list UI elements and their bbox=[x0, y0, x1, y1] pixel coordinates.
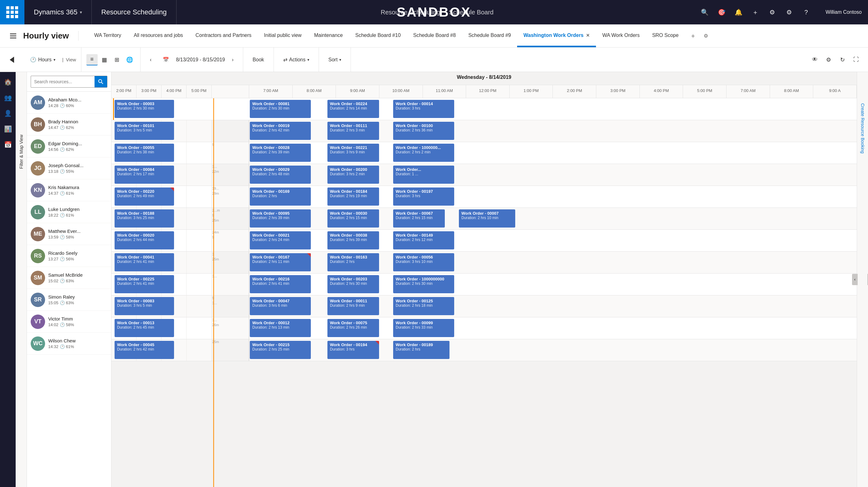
tab-schedule-board-9[interactable]: Schedule Board #9 bbox=[462, 24, 517, 47]
work-order-block[interactable]: Work Order - 00083 Duration: 3 hrs 5 min bbox=[115, 297, 174, 315]
actions-button[interactable]: ⇄ Actions ▾ bbox=[279, 54, 314, 65]
work-order-block[interactable]: Work Order - 00215 Duration: 2 hrs 25 mi… bbox=[250, 341, 311, 359]
next-date-button[interactable]: › bbox=[227, 55, 238, 65]
work-order-block[interactable]: Work Order - 00029 Duration: 2 hrs 48 mi… bbox=[250, 165, 311, 184]
work-order-block[interactable]: Work Order - 00184 Duration: 2 hrs 19 mi… bbox=[328, 187, 379, 206]
work-order-block[interactable]: Work Order - 00188 Duration: 3 hrs 25 mi… bbox=[115, 209, 174, 227]
help-icon[interactable]: ? bbox=[799, 5, 813, 19]
work-order-block[interactable]: Work Order - 00055 Duration: 2 hrs 38 mi… bbox=[115, 144, 174, 162]
gantt-view-icon[interactable]: ▦ bbox=[99, 54, 110, 65]
tab-wa-work-orders[interactable]: WA Work Orders bbox=[596, 24, 646, 47]
grid-view-icon[interactable]: ⊞ bbox=[112, 54, 123, 65]
list-item[interactable]: SM Samuel McBride 15:02 🕐 63% bbox=[27, 267, 111, 289]
tab-add-button[interactable]: ＋ bbox=[685, 32, 701, 40]
work-order-block[interactable]: Work Order - 00011 Duration: 2 hrs 9 min bbox=[328, 297, 379, 315]
search-icon[interactable]: 🔍 bbox=[698, 5, 712, 19]
tab-maintenance[interactable]: Maintenance bbox=[308, 24, 349, 47]
work-order-block[interactable]: Work Order - 00012 Duration: 2 hrs 13 mi… bbox=[250, 319, 311, 337]
list-view-icon[interactable]: ≡ bbox=[86, 54, 98, 65]
work-order-block[interactable]: Work Order - 00081 Duration: 2 hrs 30 mi… bbox=[250, 100, 311, 118]
hours-button[interactable]: 🕐 Hours ▾ bbox=[26, 54, 60, 65]
work-order-block[interactable]: Work Order - 00067 Duration: 2 hrs 15 mi… bbox=[393, 209, 445, 227]
work-order-block[interactable]: Work Order - 00075 Duration: 2 hrs 26 mi… bbox=[328, 319, 379, 337]
work-order-block[interactable]: Work Order - 00163 Duration: 2 hrs bbox=[328, 253, 379, 271]
work-order-block[interactable]: Work Order - 00197 Duration: 3 hrs bbox=[393, 187, 454, 206]
filter-map-panel[interactable]: Filter & Map View bbox=[16, 72, 27, 487]
refresh-icon[interactable]: ↻ bbox=[837, 54, 848, 65]
work-order-block[interactable]: Work Order - 00021 Duration: 2 hrs 24 mi… bbox=[250, 231, 311, 249]
sort-button[interactable]: Sort ▾ bbox=[324, 55, 346, 65]
work-order-block[interactable]: Work Order - 00125 Duration: 2 hrs 18 mi… bbox=[393, 297, 454, 315]
list-item[interactable]: KN Kris Nakamura 14:37 🕐 61% bbox=[27, 179, 111, 201]
list-item[interactable]: ME Matthew Ever... 13:59 🕐 58% bbox=[27, 223, 111, 245]
list-item[interactable]: LL Luke Lundgren 18:22 🕐 61% bbox=[27, 201, 111, 223]
work-order-block[interactable]: Work Order - 00220 Duration: 2 hrs 49 mi… bbox=[115, 187, 174, 206]
tab-initial-public[interactable]: Initial public view bbox=[258, 24, 308, 47]
work-order-block[interactable]: Work Order - 00030 Duration: 2 hrs 15 mi… bbox=[328, 209, 379, 227]
tab-close-icon[interactable]: ✕ bbox=[586, 33, 590, 38]
work-order-block[interactable]: Work Order - 00019 Duration: 2 hrs 42 mi… bbox=[250, 122, 311, 140]
work-order-block[interactable]: Work Order - 00169 Duration: 2 hrs bbox=[250, 187, 311, 206]
sidebar-calendar-icon[interactable]: 📅 bbox=[1, 138, 15, 151]
eye-icon[interactable]: 👁 bbox=[809, 54, 820, 65]
work-order-block[interactable]: Work Order - 00111 Duration: 2 hrs 3 min bbox=[328, 122, 379, 140]
work-order-block[interactable]: Work Order - 00013 Duration: 2 hrs 45 mi… bbox=[115, 319, 174, 337]
plus-icon[interactable]: ＋ bbox=[748, 5, 762, 19]
work-order-block[interactable]: Work Order - 00167 Duration: 2 hrs 11 mi… bbox=[250, 253, 311, 271]
tab-contractors[interactable]: Contractors and Partners bbox=[189, 24, 258, 47]
work-order-block[interactable]: Work Order - 00056 Duration: 3 hrs 10 mi… bbox=[393, 253, 454, 271]
tab-schedule-board-8[interactable]: Schedule Board #8 bbox=[407, 24, 462, 47]
sidebar-chart-icon[interactable]: 📊 bbox=[1, 122, 15, 136]
work-order-block[interactable]: Work Order - 00003 Duration: 2 hrs 30 mi… bbox=[115, 100, 174, 118]
work-order-block[interactable]: Work Order - 1000000000 Duration: 2 hrs … bbox=[393, 275, 454, 293]
collapse-button[interactable] bbox=[6, 54, 18, 65]
list-item[interactable]: AM Abraham Mco... 14:28 🕐 60% bbox=[27, 92, 111, 114]
work-order-block[interactable]: Work Order - 00100 Duration: 2 hrs 36 mi… bbox=[393, 122, 454, 140]
work-order-block[interactable]: Work Order - 00014 Duration: 3 hrs bbox=[393, 100, 454, 118]
list-item[interactable]: BH Brady Hannon 14:47 🕐 62% bbox=[27, 114, 111, 135]
work-order-block[interactable]: Work Order - 00095 Duration: 2 hrs 39 mi… bbox=[250, 209, 311, 227]
prev-date-button[interactable]: ‹ bbox=[146, 55, 156, 65]
list-item[interactable]: SR Simon Raley 15:05 🕐 63% bbox=[27, 289, 111, 311]
search-button[interactable] bbox=[95, 76, 107, 87]
work-order-block[interactable]: Work Order - 00020 Duration: 2 hrs 44 mi… bbox=[115, 231, 174, 249]
work-order-block[interactable]: Work Order - 00045 Duration: 2 hrs 42 mi… bbox=[115, 341, 174, 359]
work-order-block[interactable]: Work Order - 00200 Duration: 3 hrs 2 min bbox=[328, 165, 379, 184]
work-order-block[interactable]: Work Order - 00189 Duration: 2 hrs bbox=[393, 341, 450, 359]
work-order-block[interactable]: Work Order - 00047 Duration: 3 hrs 6 min bbox=[250, 297, 311, 315]
sidebar-person-icon[interactable]: 👤 bbox=[1, 106, 15, 120]
tab-sro-scope[interactable]: SRO Scope bbox=[646, 24, 685, 47]
calendar-icon[interactable]: 📅 bbox=[158, 54, 174, 65]
waffle-menu[interactable] bbox=[0, 0, 24, 24]
work-order-block[interactable]: Work Order - 00224 Duration: 2 hrs 14 mi… bbox=[328, 100, 379, 118]
tab-all-resources[interactable]: All resources and jobs bbox=[127, 24, 189, 47]
app-name-section[interactable]: Dynamics 365 ▾ bbox=[24, 0, 92, 24]
work-order-block[interactable]: Work Order - 1000000... Duration: 2 hrs … bbox=[393, 144, 454, 162]
user-menu[interactable]: William Contoso bbox=[819, 9, 868, 15]
work-order-block[interactable]: Work Order - 00194 Duration: 3 hrs bbox=[328, 341, 379, 359]
work-order-block[interactable]: Work Order - 00007 Duration: 2 hrs 10 mi… bbox=[459, 209, 515, 227]
settings-icon[interactable]: ⚙ bbox=[782, 5, 796, 19]
work-order-block[interactable]: Work Order - 00101 Duration: 3 hrs 5 min bbox=[115, 122, 174, 140]
work-order-block[interactable]: Work Order - 00225 Duration: 2 hrs 41 mi… bbox=[115, 275, 174, 293]
list-item[interactable]: JG Joseph Gonsal... 13:18 🕐 55% bbox=[27, 157, 111, 179]
work-order-block[interactable]: Work Order - 00221 Duration: 3 hrs 9 min bbox=[328, 144, 379, 162]
work-order-block[interactable]: Work Order - 00041 Duration: 2 hrs 41 mi… bbox=[115, 253, 174, 271]
work-order-block[interactable]: Work Order - 00099 Duration: 2 hrs 33 mi… bbox=[393, 319, 454, 337]
collapse-left-arrow[interactable]: ‹ bbox=[852, 274, 858, 285]
filter-icon[interactable]: ⚙ bbox=[765, 5, 779, 19]
work-order-block[interactable]: Work Order - 00216 Duration: 2 hrs 41 mi… bbox=[250, 275, 311, 293]
book-button[interactable]: Book bbox=[248, 55, 268, 65]
right-sidebar[interactable]: ‹ Create Resource Booking › bbox=[857, 72, 868, 487]
hamburger-button[interactable] bbox=[6, 29, 20, 43]
work-order-block[interactable]: Work Order... Duration: 1 ... bbox=[393, 165, 454, 184]
work-order-block[interactable]: Work Order - 00028 Duration: 2 hrs 39 mi… bbox=[250, 144, 311, 162]
work-order-block[interactable]: Work Order - 00203 Duration: 2 hrs 30 mi… bbox=[328, 275, 379, 293]
sidebar-home-icon[interactable]: 🏠 bbox=[1, 75, 15, 89]
work-order-block[interactable]: Work Order - 00084 Duration: 2 hrs 17 mi… bbox=[115, 165, 174, 184]
tab-wa-territory[interactable]: WA Territory bbox=[88, 24, 127, 47]
target-icon[interactable]: 🎯 bbox=[715, 5, 728, 19]
fullscreen-icon[interactable]: ⛶ bbox=[850, 54, 862, 65]
tab-washington-work-orders[interactable]: Washington Work Orders ✕ bbox=[517, 24, 596, 47]
settings-gear-icon[interactable]: ⚙ bbox=[823, 54, 834, 65]
